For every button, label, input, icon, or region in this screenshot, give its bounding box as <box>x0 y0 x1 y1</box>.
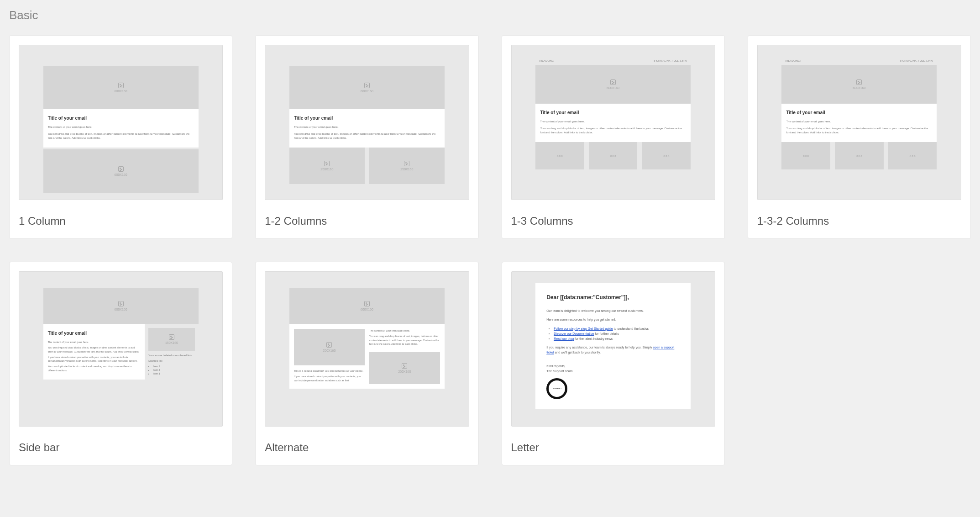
letter-regards: Kind regards, <box>546 364 680 369</box>
letter-line: Here are some resources to help you get … <box>546 317 680 322</box>
image-icon <box>402 363 407 369</box>
placeholder-label: 150X160 <box>165 341 178 344</box>
image-placeholder: XXX <box>535 142 584 169</box>
image-icon <box>118 83 124 88</box>
image-placeholder: XXX <box>642 142 691 169</box>
template-thumbnail: 600X160 Title of your email The content … <box>19 271 223 427</box>
preview-text: The content of your email goes here. <box>786 120 932 124</box>
image-placeholder: XXX <box>835 142 884 169</box>
preview-email-title: Title of your email <box>294 116 440 121</box>
image-icon <box>169 334 174 340</box>
image-icon <box>404 161 409 166</box>
template-card-title: Side bar <box>19 441 223 454</box>
preview-email-title: Title of your email <box>786 110 932 115</box>
letter-line: Our team is delighted to welcome you amo… <box>546 308 680 313</box>
template-thumbnail: [HEADLINE] [PERMALINK_FULL_LINK] 600X160… <box>757 45 961 200</box>
preview-text: You can drag and drop blocks of text, im… <box>369 334 440 346</box>
template-card-letter[interactable]: Dear [[data:name:"Customer"]], Our team … <box>502 262 725 465</box>
placeholder-label: XXX <box>909 154 916 158</box>
image-icon <box>326 342 332 348</box>
hero-image-placeholder: 600X160 <box>43 66 199 109</box>
template-thumbnail: Dear [[data:name:"Customer"]], Our team … <box>511 271 715 427</box>
placeholder-label: XXX <box>803 154 809 158</box>
template-card-title: 1 Column <box>19 215 223 227</box>
placeholder-label: XXX <box>856 154 862 158</box>
badge-text: SIMSAMO <box>550 382 564 396</box>
preview-text: If you have stored contact properties wi… <box>294 375 365 382</box>
letter-paragraph: If you require any assistance, our team … <box>546 345 680 355</box>
image-placeholder: 250X160 <box>369 148 445 184</box>
preview-text: The content of your email goes here. <box>48 340 141 344</box>
hero-image-placeholder: 600X160 <box>43 288 199 324</box>
letter-greeting: Dear [[data:name:"Customer"]], <box>546 293 680 302</box>
template-card-title: 1-3 Columns <box>511 215 715 227</box>
image-placeholder: XXX <box>589 142 638 169</box>
placeholder-label: 600X160 <box>115 90 127 93</box>
image-placeholder: 600X160 <box>43 149 199 193</box>
topbar-headline: [HEADLINE] <box>785 59 800 62</box>
placeholder-label: 600X160 <box>361 90 373 93</box>
sidebar-image-placeholder: 150X160 <box>148 328 194 351</box>
placeholder-label: 250X160 <box>323 349 335 352</box>
image-icon <box>324 161 330 166</box>
preview-text: You can duplicate blocks of content and … <box>48 364 141 372</box>
topbar-permalink: [PERMALINK_FULL_LINK] <box>900 59 933 62</box>
letter-link: Follow our step-by-step Get Started guid… <box>554 327 613 330</box>
placeholder-label: XXX <box>556 154 563 158</box>
placeholder-label: 600X160 <box>853 86 865 90</box>
template-card-1-3-2-columns[interactable]: [HEADLINE] [PERMALINK_FULL_LINK] 600X160… <box>748 35 971 239</box>
list-item: Follow our step-by-step Get Started guid… <box>554 326 680 331</box>
sidebar-text: You can use bulleted or numbered lists. <box>148 353 194 357</box>
template-card-title: Alternate <box>265 441 469 454</box>
preview-text: You can drag and drop blocks of text, im… <box>48 346 141 353</box>
company-badge-icon: SIMSAMO <box>546 378 567 399</box>
template-thumbnail: 600X160 250X160 This is a second paragra… <box>265 271 469 427</box>
template-card-title: Letter <box>511 441 715 454</box>
placeholder-label: 600X160 <box>361 308 373 311</box>
image-icon <box>364 301 370 306</box>
template-thumbnail: 600X160 Title of your email The content … <box>265 45 469 200</box>
preview-text: This is a second paragraph you can custo… <box>294 369 365 373</box>
list-item: Item 3 <box>153 372 194 375</box>
image-icon <box>118 301 124 306</box>
preview-text: You can drag and drop blocks of text, im… <box>786 127 932 135</box>
template-card-sidebar[interactable]: 600X160 Title of your email The content … <box>9 262 232 465</box>
list-item: Discover our Documentation for further d… <box>554 331 680 336</box>
preview-email-title: Title of your email <box>48 331 141 336</box>
template-card-title: 1-2 Columns <box>265 215 469 227</box>
preview-text: You can drag and drop blocks of text, im… <box>294 132 440 140</box>
preview-email-title: Title of your email <box>48 116 194 121</box>
template-card-1-column[interactable]: 600X160 Title of your email The content … <box>9 35 232 239</box>
topbar-headline: [HEADLINE] <box>539 59 554 62</box>
letter-signature: The Support Team. <box>546 369 680 374</box>
preview-text: The content of your email goes here. <box>540 120 686 124</box>
template-card-1-2-columns[interactable]: 600X160 Title of your email The content … <box>255 35 478 239</box>
placeholder-label: 250X160 <box>320 168 333 171</box>
preview-text: You can drag and drop blocks of text, im… <box>540 127 686 135</box>
template-card-title: 1-3-2 Columns <box>757 215 961 227</box>
list-item: Item 1 <box>153 365 194 368</box>
template-card-1-3-columns[interactable]: [HEADLINE] [PERMALINK_FULL_LINK] 600X160… <box>502 35 725 239</box>
template-card-alternate[interactable]: 600X160 250X160 This is a second paragra… <box>255 262 478 465</box>
hero-image-placeholder: 600X160 <box>535 65 691 104</box>
preview-text: If you have stored contact properties wi… <box>48 355 141 363</box>
placeholder-label: 600X160 <box>115 173 127 176</box>
preview-text: The content of your email goes here. <box>369 329 440 332</box>
placeholder-label: XXX <box>610 154 616 158</box>
hero-image-placeholder: 600X160 <box>289 288 445 324</box>
image-placeholder: XXX <box>888 142 937 169</box>
image-placeholder: 250X160 <box>294 329 365 365</box>
image-icon <box>856 79 862 85</box>
image-placeholder: 250X160 <box>369 352 440 384</box>
template-thumbnail: 600X160 Title of your email The content … <box>19 45 223 200</box>
preview-text: The content of your email goes here. <box>48 125 194 129</box>
list-item-text: to understand the basics <box>613 327 649 330</box>
template-grid: 600X160 Title of your email The content … <box>9 35 971 465</box>
placeholder-label: XXX <box>663 154 670 158</box>
image-icon <box>364 83 370 88</box>
list-item: Item 2 <box>153 369 194 371</box>
placeholder-label: 250X160 <box>398 370 411 373</box>
sidebar-list-title: Example list: <box>148 359 194 363</box>
letter-text: and we'll get back to you shortly. <box>554 351 600 354</box>
list-item-text: for further details <box>594 332 618 335</box>
